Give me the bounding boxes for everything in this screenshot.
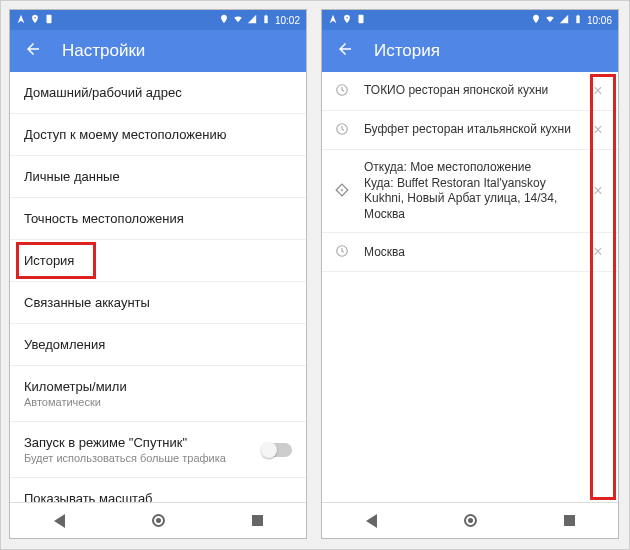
phone-history-screen: 10:06 История ТОКИО ресторан японской ку… — [321, 9, 619, 539]
settings-item[interactable]: Связанные аккаунты — [10, 282, 306, 324]
settings-item[interactable]: Километры/милиАвтоматически — [10, 366, 306, 422]
toggle-switch[interactable] — [262, 443, 292, 457]
android-navbar — [10, 502, 306, 538]
svg-rect-5 — [577, 15, 579, 16]
nav-back-icon[interactable] — [54, 514, 65, 528]
close-icon[interactable]: × — [586, 243, 610, 261]
close-icon[interactable]: × — [586, 182, 610, 200]
history-item[interactable]: Откуда: Мое местоположение Куда: Buffet … — [322, 150, 618, 233]
app-header: История — [322, 30, 618, 72]
clock-icon — [330, 244, 354, 261]
settings-item[interactable]: Запуск в режиме "Спутник"Будет использов… — [10, 422, 306, 478]
history-item[interactable]: ТОКИО ресторан японской кухни× — [322, 72, 618, 111]
settings-item-label: Личные данные — [24, 169, 292, 184]
svg-rect-2 — [265, 15, 267, 16]
settings-item-label: История — [24, 253, 292, 268]
history-item-text: Буффет ресторан итальянской кухни — [364, 122, 576, 138]
nav-back-icon[interactable] — [366, 514, 377, 528]
gps-icon — [531, 14, 541, 26]
settings-item-sublabel: Будет использоваться больше трафика — [24, 452, 292, 464]
status-bar: 10:06 — [322, 10, 618, 30]
settings-item-label: Километры/мили — [24, 379, 292, 394]
clock-icon — [330, 83, 354, 100]
android-navbar — [322, 502, 618, 538]
signal-icon — [247, 14, 257, 26]
gps-icon — [219, 14, 229, 26]
battery-icon — [573, 14, 583, 26]
sim-icon — [356, 14, 366, 26]
history-item[interactable]: Москва× — [322, 233, 618, 272]
settings-item-label: Домашний/рабочий адрес — [24, 85, 292, 100]
compass-icon — [16, 14, 26, 26]
settings-item[interactable]: Уведомления — [10, 324, 306, 366]
nav-home-icon[interactable] — [152, 514, 165, 527]
settings-item[interactable]: Домашний/рабочий адрес — [10, 72, 306, 114]
clock-time: 10:02 — [275, 15, 300, 26]
status-bar: 10:02 — [10, 10, 306, 30]
clock-time: 10:06 — [587, 15, 612, 26]
back-arrow-icon[interactable] — [24, 40, 42, 62]
settings-item-label: Уведомления — [24, 337, 292, 352]
settings-item[interactable]: Показывать масштабПри изменении — [10, 478, 306, 502]
battery-icon — [261, 14, 271, 26]
signal-icon — [559, 14, 569, 26]
settings-item[interactable]: Точность местоположения — [10, 198, 306, 240]
wifi-icon — [233, 14, 243, 26]
wifi-icon — [545, 14, 555, 26]
history-item-text: Москва — [364, 245, 576, 261]
settings-item-label: Показывать масштаб — [24, 491, 292, 502]
svg-rect-0 — [47, 15, 52, 23]
svg-rect-4 — [576, 16, 579, 24]
svg-point-8 — [341, 189, 343, 191]
sim-icon — [44, 14, 54, 26]
settings-item[interactable]: История — [10, 240, 306, 282]
page-title: История — [374, 41, 440, 61]
svg-rect-3 — [359, 15, 364, 23]
location-icon — [342, 14, 352, 26]
settings-item-label: Связанные аккаунты — [24, 295, 292, 310]
app-header: Настройки — [10, 30, 306, 72]
history-list[interactable]: ТОКИО ресторан японской кухни×Буффет рес… — [322, 72, 618, 502]
settings-item[interactable]: Личные данные — [10, 156, 306, 198]
compass-icon — [328, 14, 338, 26]
settings-item[interactable]: Доступ к моему местоположению — [10, 114, 306, 156]
nav-home-icon[interactable] — [464, 514, 477, 527]
history-item[interactable]: Буффет ресторан итальянской кухни× — [322, 111, 618, 150]
history-item-text: ТОКИО ресторан японской кухни — [364, 83, 576, 99]
settings-item-label: Запуск в режиме "Спутник" — [24, 435, 292, 450]
settings-item-label: Точность местоположения — [24, 211, 292, 226]
settings-item-label: Доступ к моему местоположению — [24, 127, 292, 142]
close-icon[interactable]: × — [586, 82, 610, 100]
svg-rect-1 — [264, 16, 267, 24]
route-icon — [330, 183, 354, 200]
close-icon[interactable]: × — [586, 121, 610, 139]
back-arrow-icon[interactable] — [336, 40, 354, 62]
nav-recent-icon[interactable] — [564, 515, 575, 526]
clock-icon — [330, 122, 354, 139]
phone-settings-screen: 10:02 Настройки Домашний/рабочий адресДо… — [9, 9, 307, 539]
page-title: Настройки — [62, 41, 145, 61]
location-icon — [30, 14, 40, 26]
nav-recent-icon[interactable] — [252, 515, 263, 526]
settings-item-sublabel: Автоматически — [24, 396, 292, 408]
history-item-text: Откуда: Мое местоположение Куда: Buffet … — [364, 160, 576, 222]
settings-list[interactable]: Домашний/рабочий адресДоступ к моему мес… — [10, 72, 306, 502]
